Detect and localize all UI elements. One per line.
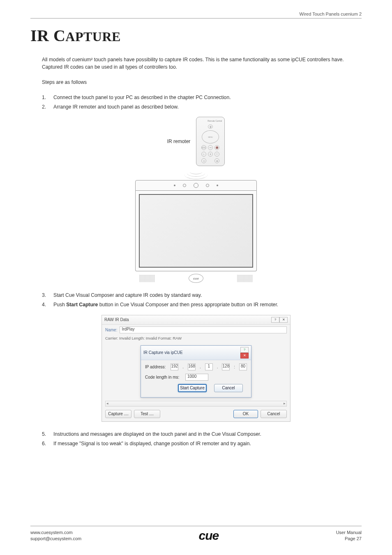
ip-octet-3[interactable]: 1	[205, 363, 213, 370]
title-main: IR C	[30, 26, 65, 45]
remote-btn-rec: ●	[201, 158, 206, 163]
step-5: Instructions and messages are displayed …	[42, 430, 362, 439]
remote-title: Remote Control	[208, 120, 222, 122]
ip-octet-2[interactable]: 168	[188, 363, 196, 370]
remote-btn-mute: 🔇	[214, 145, 219, 150]
scroll-right-icon[interactable]: ▸	[284, 401, 286, 405]
steps-list-1: Connect the touch panel to your PC as de…	[42, 93, 362, 111]
name-input[interactable]: IrdPlay	[120, 326, 287, 333]
touch-panel-screen	[139, 194, 253, 268]
capture-button[interactable]: Capture ....	[105, 410, 131, 418]
page-footer: www.cuesystem.com support@cuesystem.com …	[30, 526, 362, 543]
ip-port[interactable]: 80	[239, 363, 247, 370]
step-4-bold: Start Capture	[66, 302, 98, 308]
speaker-grille-left	[139, 275, 155, 282]
code-length-label: Code length in ms:	[145, 375, 182, 379]
ir-capture-inner-dialog: IR Capture via ipCUE ? ✕ IP address: 192…	[141, 345, 251, 398]
touch-panel-body	[135, 191, 257, 271]
step-4-suffix: button in Cue Visual Composer and then p…	[98, 302, 278, 308]
ok-button[interactable]: OK	[233, 410, 258, 418]
ir-remote-illustration: Remote Control ⏻ ESC ••• 🔇 ▷ ⏸ ▽ ●	[196, 117, 225, 166]
title-rest: APTURE	[65, 29, 121, 44]
remote-btn-eject: ⏏	[214, 158, 219, 163]
scroll-left-icon[interactable]: ◂	[106, 401, 108, 405]
outer-dialog-title: RAW IR Data	[104, 317, 129, 322]
remote-power-icon: ⏻	[208, 125, 213, 129]
test-button[interactable]: Test ....	[134, 410, 160, 418]
footer-email: support@cuesystem.com	[30, 536, 81, 542]
ir-waves-icon	[182, 169, 210, 180]
footer-site: www.cuesystem.com	[30, 530, 81, 536]
speaker-grille-right	[237, 275, 253, 282]
remote-btn-pause: ⏸	[208, 152, 213, 157]
code-length-input[interactable]: 1000	[185, 374, 208, 381]
header-rule	[30, 18, 362, 18]
raw-ir-dialog: RAW IR Data ? ✕ Name: IrdPlay Carrier: I…	[101, 315, 291, 422]
panel-top-bezel	[135, 180, 257, 191]
cancel-button[interactable]: Cancel	[261, 410, 287, 418]
step-6: If message "Signal is too weak" is displ…	[42, 439, 362, 448]
inner-help-icon[interactable]: ?	[240, 347, 249, 353]
page-title: IR CAPTURE	[30, 26, 362, 45]
port-sep: :	[233, 365, 236, 369]
horizontal-scrollbar[interactable]: ◂ ▸	[105, 401, 287, 407]
remote-btn-esc: ESC	[201, 145, 206, 150]
cue-logo-badge: cue	[189, 274, 203, 283]
outer-dialog-titlebar: RAW IR Data ? ✕	[102, 315, 290, 325]
footer-logo: cue	[199, 529, 219, 543]
footer-page: Page 27	[336, 536, 362, 542]
remote-dpad	[202, 130, 219, 143]
ir-meta-text: Carrier: Invalid Length: Invalid Format:…	[102, 335, 290, 343]
ip-label: IP address:	[145, 365, 167, 369]
step-2: Arrange IR remoter and touch panel as de…	[42, 103, 362, 111]
steps-label: Steps are as follows	[42, 79, 362, 86]
step-4-prefix: Push	[53, 302, 66, 308]
steps-list-2: Start Cue Visual Composer and capture IR…	[42, 291, 362, 309]
remote-btn-info: •••	[208, 145, 213, 150]
steps-list-3: Instructions and messages are displayed …	[42, 430, 362, 448]
remote-btn-stop: ▽	[214, 152, 219, 157]
inner-close-icon[interactable]: ✕	[240, 353, 249, 358]
remote-btn-play: ▷	[201, 152, 206, 157]
step-3: Start Cue Visual Composer and capture IR…	[42, 291, 362, 300]
intro-paragraph: All models of cuenium² touch panels have…	[42, 56, 362, 71]
header-right: Wired Touch Panels cuenium 2	[30, 12, 362, 18]
ip-octet-1[interactable]: 192	[171, 363, 178, 370]
close-icon[interactable]: ✕	[279, 317, 288, 323]
start-capture-button[interactable]: Start Capture	[178, 384, 207, 392]
remote-label: IR remoter	[167, 139, 191, 144]
inner-cancel-button[interactable]: Cancel	[214, 384, 243, 392]
figure-dialog: RAW IR Data ? ✕ Name: IrdPlay Carrier: I…	[30, 315, 362, 422]
inner-dialog-title: IR Capture via ipCUE	[143, 350, 183, 355]
footer-manual: User Manual	[336, 530, 362, 536]
help-icon[interactable]: ?	[271, 317, 279, 323]
panel-bottom: cue	[135, 271, 257, 283]
step-1: Connect the touch panel to your PC as de…	[42, 93, 362, 102]
figure-remote-panel: IR remoter Remote Control ⏻ ESC ••• 🔇 ▷ …	[30, 117, 362, 283]
step-4: Push Start Capture button in Cue Visual …	[42, 301, 362, 309]
ip-octet-4[interactable]: 128	[222, 363, 230, 370]
name-label: Name:	[105, 328, 117, 332]
